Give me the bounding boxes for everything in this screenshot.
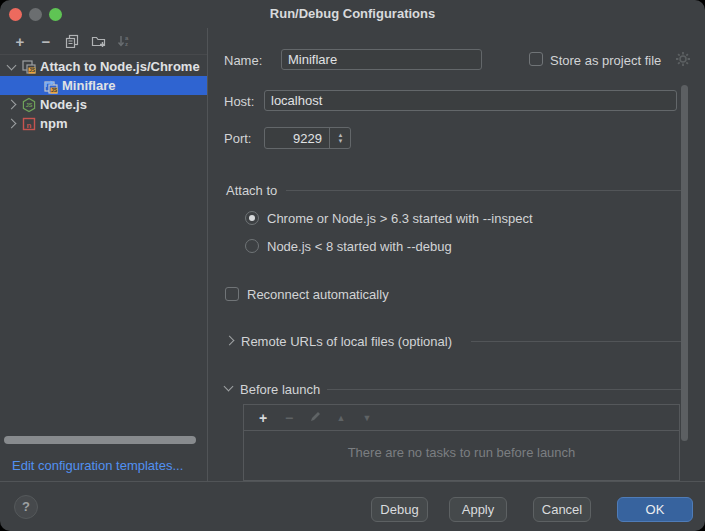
section-divider: [471, 341, 683, 342]
tree-item-label: Attach to Node.js/Chrome: [40, 59, 200, 74]
configurations-tree: JS Attach to Node.js/Chrome JS Miniflare: [0, 57, 207, 133]
tree-item-label: Miniflare: [62, 78, 115, 93]
run-debug-configurations-dialog: Run/Debug Configurations + −: [0, 0, 705, 531]
port-value: 9229: [293, 131, 322, 146]
question-mark-icon: ?: [22, 499, 30, 514]
form-vertical-scrollbar[interactable]: [681, 85, 688, 441]
chevron-down-icon[interactable]: [7, 60, 17, 70]
add-icon: +: [16, 33, 25, 50]
name-label: Name:: [224, 53, 262, 68]
copy-configuration-button[interactable]: [59, 31, 85, 51]
sort-configurations-button[interactable]: a z: [111, 31, 137, 51]
tree-item-label: npm: [40, 116, 67, 131]
svg-text:n: n: [27, 120, 32, 129]
debug-button[interactable]: Debug: [371, 497, 428, 522]
remove-icon: −: [42, 33, 51, 50]
store-as-project-file-checkbox[interactable]: [529, 52, 543, 66]
svg-text:JS: JS: [29, 67, 36, 73]
ok-button[interactable]: OK: [617, 497, 693, 522]
new-folder-icon: [91, 34, 106, 48]
host-label: Host:: [224, 94, 254, 109]
add-task-button[interactable]: +: [250, 410, 276, 426]
sidebar-toolbar: + −: [0, 28, 207, 55]
copy-icon: [65, 34, 79, 48]
before-launch-section-title[interactable]: Before launch: [240, 382, 320, 397]
edit-configuration-templates-link[interactable]: Edit configuration templates...: [12, 458, 183, 473]
pencil-icon: [309, 410, 322, 423]
tree-item-npm[interactable]: n npm: [0, 114, 207, 133]
reconnect-automatically-label: Reconnect automatically: [247, 287, 389, 302]
before-launch-empty-message: There are no tasks to run before launch: [244, 445, 679, 460]
arrow-down-icon: ▼: [363, 413, 372, 423]
port-label: Port:: [224, 131, 251, 146]
attach-inspect-label: Chrome or Node.js > 6.3 started with --i…: [267, 211, 533, 226]
tree-item-nodejs[interactable]: JS Node.js: [0, 95, 207, 114]
move-task-down-button[interactable]: ▼: [354, 413, 380, 423]
move-task-up-button[interactable]: ▲: [328, 413, 354, 423]
name-input[interactable]: [281, 49, 482, 70]
attach-debug-label: Node.js < 8 started with --debug: [267, 239, 452, 254]
dialog-footer: ? Debug Apply Cancel OK: [0, 481, 705, 531]
section-divider: [327, 389, 683, 390]
port-stepper[interactable]: ▲ ▼: [329, 128, 351, 148]
remove-task-button[interactable]: −: [276, 410, 302, 426]
before-launch-panel: + − ▲ ▼ There are no tasks to run before: [243, 404, 680, 481]
stepper-down-icon[interactable]: ▼: [338, 138, 344, 144]
svg-text:JS: JS: [51, 87, 58, 93]
port-input[interactable]: 9229 ▲ ▼: [264, 127, 351, 149]
sort-alphabetically-icon: a z: [117, 34, 131, 48]
chevron-right-icon[interactable]: [225, 336, 235, 346]
chevron-right-icon[interactable]: [7, 119, 17, 129]
svg-text:z: z: [125, 41, 128, 47]
attach-to-group-title: Attach to: [226, 183, 277, 198]
chevron-right-icon[interactable]: [7, 100, 17, 110]
new-folder-button[interactable]: [85, 31, 111, 51]
help-button[interactable]: ?: [14, 495, 38, 519]
tree-item-miniflare[interactable]: JS Miniflare: [0, 76, 207, 95]
reconnect-automatically-checkbox[interactable]: [225, 287, 239, 301]
nodejs-icon: JS: [21, 97, 37, 113]
before-launch-toolbar: + − ▲ ▼: [244, 405, 679, 431]
chevron-down-icon[interactable]: [224, 382, 234, 392]
dialog-title: Run/Debug Configurations: [0, 6, 705, 21]
configuration-form: Name: Store as project file Host: Port: …: [208, 28, 705, 481]
host-input[interactable]: [264, 90, 677, 111]
tree-item-attach-group[interactable]: JS Attach to Node.js/Chrome: [0, 57, 207, 76]
remove-configuration-button[interactable]: −: [33, 31, 59, 51]
store-as-project-file-label: Store as project file: [550, 53, 661, 68]
attach-config-icon: JS: [43, 78, 59, 94]
cancel-button[interactable]: Cancel: [533, 497, 591, 522]
remove-icon: −: [285, 410, 293, 426]
add-icon: +: [259, 410, 267, 426]
svg-text:JS: JS: [26, 102, 33, 108]
attach-nodejs-chrome-icon: JS: [21, 59, 37, 75]
npm-icon: n: [21, 116, 37, 132]
edit-task-button[interactable]: [302, 410, 328, 425]
tree-item-label: Node.js: [40, 97, 87, 112]
titlebar: Run/Debug Configurations: [0, 0, 705, 28]
attach-debug-radio[interactable]: [245, 239, 259, 253]
arrow-up-icon: ▲: [337, 413, 346, 423]
add-configuration-button[interactable]: +: [7, 31, 33, 51]
attach-inspect-radio[interactable]: [245, 211, 259, 225]
sidebar-horizontal-scrollbar[interactable]: [4, 436, 196, 444]
configurations-sidebar: + −: [0, 28, 208, 481]
gear-icon[interactable]: [675, 51, 691, 67]
apply-button[interactable]: Apply: [449, 497, 507, 522]
group-divider: [286, 190, 683, 191]
remote-urls-section-title[interactable]: Remote URLs of local files (optional): [241, 334, 452, 349]
